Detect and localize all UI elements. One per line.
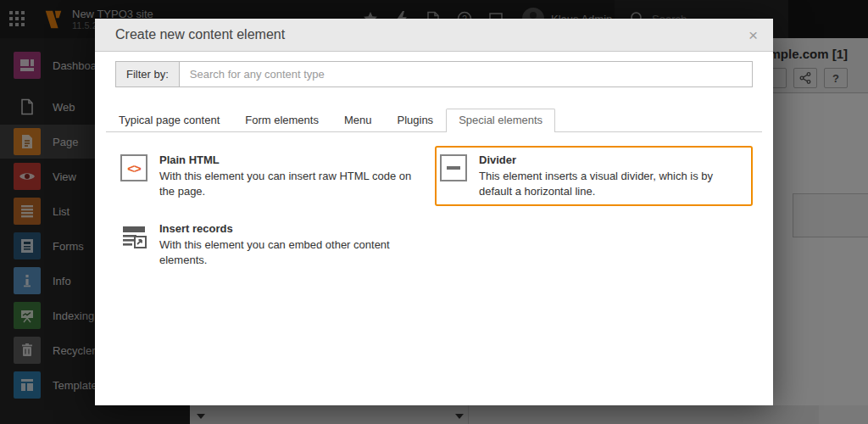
filter-group: Filter by: [115, 61, 753, 87]
modal-header: Create new content element × [95, 19, 773, 52]
element-title: Insert records [159, 221, 428, 236]
element-description: This element inserts a visual divider, w… [479, 169, 748, 199]
element-insert-records[interactable]: Insert records With this element you can… [115, 215, 433, 275]
element-text: Plain HTML With this element you can ins… [159, 153, 428, 199]
code-icon: <> [120, 154, 147, 199]
modal-body: Filter by: Typical page content Form ele… [95, 52, 773, 405]
tab-form-elements[interactable]: Form elements [232, 109, 331, 132]
element-description: With this element you can embed other co… [159, 237, 428, 268]
tab-special-elements[interactable]: Special elements [446, 109, 555, 132]
close-icon[interactable]: × [748, 27, 758, 43]
tab-menu[interactable]: Menu [331, 109, 385, 132]
element-divider[interactable]: Divider This element inserts a visual di… [435, 146, 753, 206]
element-description: With this element you can insert raw HTM… [159, 169, 428, 199]
divider-icon [440, 154, 467, 199]
modal-title: Create new content element [115, 27, 748, 42]
tab-bar: Typical page content Form elements Menu … [106, 109, 762, 132]
content-type-search-input[interactable] [179, 61, 753, 87]
element-title: Plain HTML [159, 153, 428, 167]
element-plain-html[interactable]: <> Plain HTML With this element you can … [115, 146, 433, 206]
create-content-element-modal: Create new content element × Filter by: … [95, 19, 773, 405]
element-text: Divider This element inserts a visual di… [479, 153, 748, 199]
filter-by-label: Filter by: [115, 61, 179, 87]
element-text: Insert records With this element you can… [159, 221, 428, 268]
tab-typical-page-content[interactable]: Typical page content [106, 109, 232, 132]
content-element-list: <> Plain HTML With this element you can … [115, 146, 753, 275]
element-title: Divider [479, 153, 748, 167]
insert-records-icon [120, 223, 147, 268]
tab-plugins[interactable]: Plugins [384, 109, 446, 132]
